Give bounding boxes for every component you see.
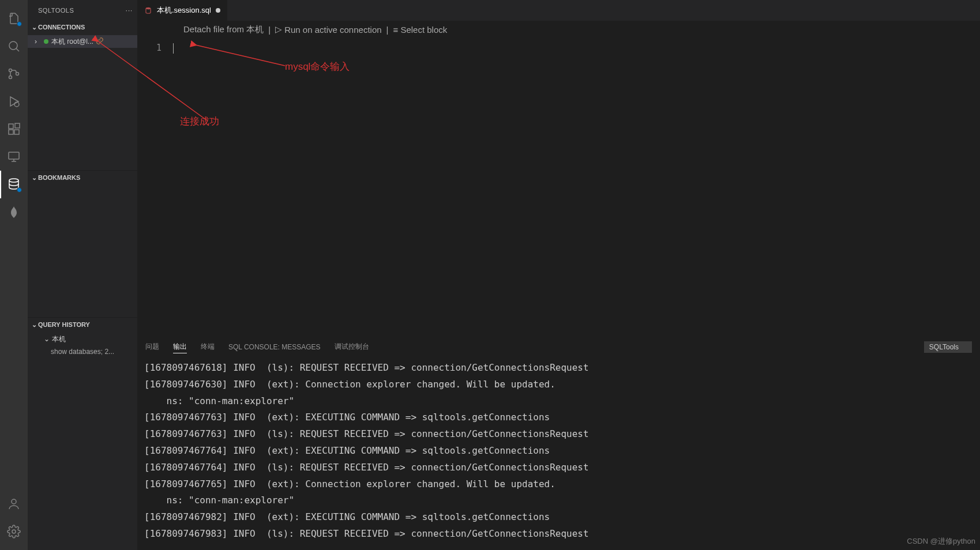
detach-prefix: Detach file from [183, 24, 246, 34]
play-icon: ▷ [275, 24, 282, 35]
chevron-right-icon: › [35, 37, 43, 46]
tab-label: 本机.session.sql [157, 5, 211, 16]
svg-rect-5 [9, 124, 13, 129]
line-number-gutter: 1 [137, 38, 170, 337]
detach-target: 本机 [246, 24, 264, 34]
main: 本机.session.sql Detach file from 本机 | ▷ R… [137, 0, 980, 550]
svg-rect-7 [14, 130, 19, 134]
query-history-group-label: 本机 [52, 334, 66, 344]
panel-tab-bar: 问题 输出 终端 SQL CONSOLE: MESSAGES 调试控制台 SQL… [137, 337, 980, 356]
svg-point-10 [9, 179, 18, 182]
run-on-connection-action[interactable]: ▷ Run on active connection [275, 24, 381, 35]
explorer-badge [17, 21, 22, 27]
query-history-label: QUERY HISTORY [38, 321, 90, 328]
modified-indicator-icon [216, 8, 220, 13]
sidebar-more-icon[interactable]: ··· [126, 7, 133, 14]
code-area[interactable]: mysql命令输入 连接成功 [170, 38, 980, 337]
connections-section-header[interactable]: ⌄ CONNECTIONS [28, 20, 137, 34]
search-icon[interactable] [0, 32, 28, 60]
sqltools-icon[interactable] [0, 171, 28, 198]
activity-bar [0, 0, 28, 550]
svg-point-3 [16, 73, 19, 76]
list-icon: ≡ [393, 25, 398, 35]
connection-item[interactable]: › 本机 root@l... [28, 35, 137, 48]
watermark: CSDN @进修python [907, 536, 975, 547]
sidebar-title: SQLTOOLS [38, 7, 74, 14]
accounts-icon[interactable] [0, 490, 28, 518]
annotation-mysql-input: mysql命令输入 [285, 60, 350, 73]
query-history-section-header[interactable]: ⌄ QUERY HISTORY [28, 318, 137, 331]
svg-rect-9 [9, 152, 19, 159]
run-label: Run on active connection [284, 25, 381, 35]
chevron-down-icon: ⌄ [30, 24, 38, 31]
settings-icon[interactable] [0, 518, 28, 545]
chevron-down-icon: ⌄ [30, 321, 38, 329]
bookmarks-label: BOOKMARKS [38, 174, 80, 181]
svg-point-12 [12, 530, 16, 533]
chevron-down-icon: ⌄ [30, 174, 38, 182]
connection-label: 本机 root@l... [51, 37, 93, 47]
query-history-group[interactable]: ⌄ 本机 [28, 333, 137, 345]
sidebar: SQLTOOLS ··· ⌄ CONNECTIONS › 本机 root@l..… [28, 0, 137, 550]
source-control-icon[interactable] [0, 60, 28, 88]
linked-icon [96, 37, 104, 47]
svg-point-2 [9, 76, 12, 79]
query-history-item[interactable]: show databases; 2... [28, 345, 137, 358]
line-number: 1 [137, 43, 162, 53]
svg-point-13 [146, 7, 151, 10]
output-channel-selector[interactable]: SQLTools [924, 341, 972, 353]
extensions-icon[interactable] [0, 115, 28, 143]
chevron-down-icon: ⌄ [44, 335, 52, 343]
svg-point-11 [12, 499, 16, 504]
editor-tab[interactable]: 本机.session.sql [137, 0, 227, 21]
detach-file-action[interactable]: Detach file from 本机 [183, 24, 264, 35]
panel-tab-problems[interactable]: 问题 [145, 341, 159, 353]
mongodb-icon[interactable] [0, 198, 28, 226]
svg-rect-6 [9, 130, 13, 134]
connection-status-icon [44, 39, 48, 44]
svg-line-14 [196, 45, 285, 66]
query-history-item-label: show databases; 2... [51, 348, 114, 356]
svg-point-0 [9, 42, 17, 50]
bottom-panel: 问题 输出 终端 SQL CONSOLE: MESSAGES 调试控制台 SQL… [137, 337, 980, 550]
database-file-icon [144, 6, 152, 14]
output-panel-body[interactable]: [1678097467618] INFO (ls): REQUEST RECEI… [137, 356, 980, 550]
panel-tab-sql-console[interactable]: SQL CONSOLE: MESSAGES [228, 342, 321, 352]
separator: | [268, 25, 271, 35]
panel-tab-debug-console[interactable]: 调试控制台 [335, 341, 369, 353]
bookmarks-section-header[interactable]: ⌄ BOOKMARKS [28, 171, 137, 184]
explorer-icon[interactable] [0, 5, 28, 32]
svg-rect-8 [15, 123, 20, 128]
select-block-action[interactable]: ≡ Select block [393, 25, 447, 35]
connections-label: CONNECTIONS [38, 24, 85, 31]
annotation-conn-success: 连接成功 [180, 115, 219, 128]
text-cursor [173, 43, 174, 54]
svg-point-1 [9, 69, 12, 72]
remote-icon[interactable] [0, 143, 28, 171]
panel-tab-output[interactable]: 输出 [173, 341, 187, 353]
panel-tab-terminal[interactable]: 终端 [201, 341, 215, 353]
select-block-label: Select block [400, 25, 447, 35]
separator: | [386, 25, 389, 35]
sqltools-badge [17, 187, 22, 193]
code-editor[interactable]: 1 mysql命令输入 连接成功 [137, 38, 980, 337]
run-debug-icon[interactable] [0, 88, 28, 115]
editor-action-bar: Detach file from 本机 | ▷ Run on active co… [137, 21, 980, 38]
tab-bar: 本机.session.sql [137, 0, 980, 21]
